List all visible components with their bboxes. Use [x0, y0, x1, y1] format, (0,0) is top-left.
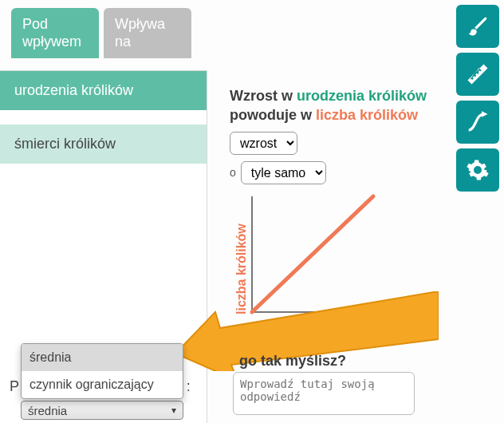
role-select-value: średnia [28, 404, 67, 417]
curve-icon [466, 110, 490, 134]
role-select[interactable]: średnia ▾ [21, 401, 183, 420]
sentence-factor1: urodzenia królików [297, 88, 427, 104]
sentence-factor2: liczba królików [316, 107, 418, 123]
chart-ylabel: liczba królików [234, 223, 249, 314]
svg-marker-1 [482, 111, 488, 117]
chevron-down-icon: ▾ [171, 405, 176, 416]
chart-svg [238, 196, 373, 316]
bottom-suffix: : [187, 378, 191, 394]
brush-tool[interactable] [456, 5, 499, 48]
ruler-icon [466, 62, 490, 86]
popup-option-srednia[interactable]: średnia [22, 344, 183, 371]
bottom-left-letter: P [10, 378, 19, 394]
chart-xlabel: urodzenia [281, 321, 341, 335]
role-popup: średnia czynnik ograniczający [21, 343, 183, 399]
gear-icon [466, 158, 490, 182]
amount-select[interactable]: tyle samo [241, 161, 326, 184]
tab-label: Wpływa na [115, 16, 165, 49]
curve-tool[interactable] [456, 101, 499, 144]
list-item-label: śmierci królików [14, 136, 116, 152]
tab-label: Pod wpływem [22, 16, 81, 49]
option-label: średnia [30, 350, 71, 364]
relation-sentence: Wzrost w urodzenia królików powoduje w l… [230, 86, 445, 125]
or-label: o [230, 166, 236, 179]
direction-row: wzrost [230, 132, 445, 155]
question-label: go tak myślisz? [239, 353, 346, 370]
direction-select[interactable]: wzrost [230, 132, 297, 155]
list-item-urodzenia[interactable]: urodzenia królików [0, 71, 207, 110]
tab-pod-wplywem[interactable]: Pod wpływem [11, 8, 99, 58]
relation-chart: liczba królików urodzenia [238, 196, 373, 324]
chart-line [252, 196, 373, 312]
answer-input[interactable] [233, 372, 415, 415]
ruler-tool[interactable] [456, 53, 499, 96]
list-item-smierci[interactable]: śmierci królików [0, 125, 207, 164]
sentence-mid: powoduje w [230, 107, 316, 123]
tab-bar: Pod wpływem Wpływa na [11, 8, 196, 58]
sentence-prefix: Wzrost w [230, 88, 297, 104]
relation-content: Wzrost w urodzenia królików powoduje w l… [230, 86, 445, 184]
list-item-label: urodzenia królików [14, 82, 133, 98]
popup-option-czynnik[interactable]: czynnik ograniczający [22, 371, 183, 398]
brush-icon [466, 14, 490, 38]
right-toolbar [456, 5, 499, 192]
option-label: czynnik ograniczający [30, 378, 154, 391]
amount-row: o tyle samo [230, 161, 445, 184]
tab-wplywa-na[interactable]: Wpływa na [104, 8, 191, 58]
settings-tool[interactable] [456, 148, 499, 192]
